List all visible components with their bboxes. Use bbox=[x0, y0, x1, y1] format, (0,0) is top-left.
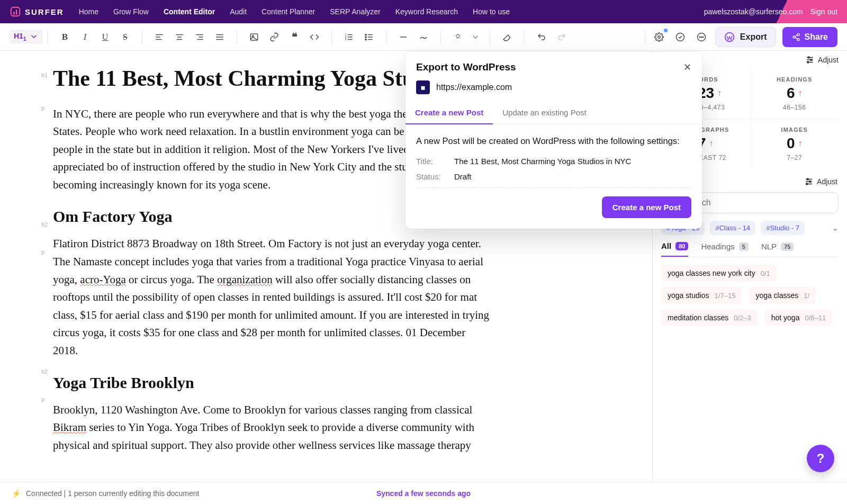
gutter-p: p bbox=[41, 396, 44, 402]
numbered-list-button[interactable]: 123 bbox=[341, 30, 356, 44]
svg-point-26 bbox=[365, 34, 366, 35]
adjust-terms-button[interactable]: Adjust bbox=[804, 177, 837, 186]
svg-rect-2 bbox=[16, 10, 17, 14]
nav-keyword-research[interactable]: Keyword Research bbox=[395, 7, 458, 16]
svg-point-33 bbox=[699, 37, 700, 38]
eraser-button[interactable] bbox=[500, 30, 515, 44]
more-button[interactable] bbox=[694, 30, 709, 44]
tab-update-post[interactable]: Update an existing Post bbox=[493, 102, 596, 124]
heading-yoga-tribe[interactable]: Yoga Tribe Brooklyn bbox=[53, 374, 620, 392]
chevron-down-icon bbox=[29, 32, 39, 41]
site-url: https://example.com bbox=[436, 83, 512, 92]
gutter-p: p bbox=[41, 249, 44, 255]
share-button[interactable]: Share bbox=[782, 27, 837, 47]
bold-button[interactable]: B bbox=[57, 30, 72, 44]
svg-point-28 bbox=[365, 39, 366, 40]
term-item[interactable]: yoga classes1/ bbox=[749, 287, 816, 304]
chip-class[interactable]: #Class - 14 bbox=[710, 221, 755, 235]
bullet-list-button[interactable] bbox=[362, 30, 376, 44]
curve-button[interactable] bbox=[416, 30, 431, 44]
settings-button[interactable] bbox=[652, 30, 666, 44]
nav-growflow[interactable]: Grow Flow bbox=[113, 7, 149, 16]
brand-logo[interactable]: SURFER bbox=[10, 6, 64, 17]
adjust-stats-button[interactable]: Adjust bbox=[805, 55, 839, 65]
editor-toolbar: H11 B I U S ❝ 123 bbox=[0, 23, 847, 51]
export-button[interactable]: Export bbox=[715, 27, 776, 47]
nav-audit[interactable]: Audit bbox=[230, 7, 247, 16]
quote-button[interactable]: ❝ bbox=[287, 30, 302, 44]
term-item[interactable]: hot yoga0/6–11 bbox=[765, 309, 832, 326]
gutter-h2: h2 bbox=[41, 368, 48, 375]
align-right-button[interactable] bbox=[192, 30, 207, 44]
align-justify-button[interactable] bbox=[212, 30, 227, 44]
italic-button[interactable]: I bbox=[77, 30, 92, 44]
align-center-button[interactable] bbox=[172, 30, 187, 44]
undo-button[interactable] bbox=[534, 30, 549, 44]
divider bbox=[416, 187, 691, 188]
check-button[interactable] bbox=[673, 30, 688, 44]
image-button[interactable] bbox=[247, 30, 262, 44]
sync-status: Synced a few seconds ago bbox=[376, 489, 471, 498]
align-left-button[interactable] bbox=[152, 30, 167, 44]
code-button[interactable] bbox=[307, 30, 322, 44]
tab-create-post[interactable]: Create a new Post bbox=[406, 102, 493, 124]
tab-all[interactable]: All80 bbox=[661, 241, 688, 257]
sliders-icon bbox=[804, 177, 814, 186]
svg-point-31 bbox=[676, 33, 684, 41]
chip-studio[interactable]: #Studio - 7 bbox=[761, 221, 805, 235]
modal-tabs: Create a new Post Update an existing Pos… bbox=[406, 102, 702, 124]
arrow-up-icon: ↑ bbox=[717, 88, 722, 98]
app-topbar: SURFER Home Grow Flow Content Editor Aud… bbox=[0, 0, 847, 23]
gutter-h2: h2 bbox=[41, 221, 48, 228]
svg-line-40 bbox=[795, 35, 797, 37]
svg-point-27 bbox=[365, 36, 366, 37]
wordpress-icon bbox=[724, 32, 735, 42]
modal-title: Export to WordPress bbox=[416, 61, 516, 73]
account-area: pawelszostak@surferseo.com Sign out bbox=[704, 7, 837, 16]
arrow-up-icon: ↑ bbox=[798, 88, 803, 98]
help-fab[interactable]: ? bbox=[807, 445, 834, 472]
heading-selector[interactable]: H11 bbox=[10, 30, 43, 44]
term-tabs: All80 Headings5 NLP75 bbox=[661, 241, 839, 257]
main-nav: Home Grow Flow Content Editor Audit Cont… bbox=[79, 7, 510, 16]
redo-button[interactable] bbox=[554, 30, 569, 44]
svg-line-41 bbox=[795, 38, 797, 39]
sliders-icon bbox=[805, 55, 815, 65]
paragraph-2[interactable]: Flatiron District 8873 Broadway on 18th … bbox=[53, 235, 492, 359]
link-button[interactable] bbox=[267, 30, 282, 44]
term-item[interactable]: yoga studios1/7–15 bbox=[661, 287, 742, 304]
strikethrough-button[interactable]: S bbox=[118, 30, 132, 44]
tab-nlp[interactable]: NLP75 bbox=[761, 241, 794, 257]
gutter-p: p bbox=[41, 105, 44, 111]
nav-content-planner[interactable]: Content Planner bbox=[262, 7, 315, 16]
stat-headings: HEADINGS 6↑ 46–156 bbox=[750, 69, 839, 119]
hr-button[interactable] bbox=[396, 30, 411, 44]
nav-serp-analyzer[interactable]: SERP Analyzer bbox=[330, 7, 380, 16]
term-list: yoga classes new york city0/1 yoga studi… bbox=[661, 265, 839, 326]
chevron-down-icon[interactable] bbox=[471, 32, 480, 42]
kv-status: Status:Draft bbox=[416, 172, 691, 181]
signout-link[interactable]: Sign out bbox=[810, 7, 837, 16]
search-input[interactable] bbox=[684, 198, 831, 208]
export-label: Export bbox=[740, 32, 767, 42]
term-item[interactable]: meditation classes0/2–3 bbox=[661, 309, 758, 326]
close-icon[interactable]: ✕ bbox=[683, 61, 691, 73]
bolt-icon: ⚡ bbox=[12, 489, 21, 498]
write-tool-button[interactable] bbox=[450, 30, 465, 44]
kv-title: Title:The 11 Best, Most Charming Yoga St… bbox=[416, 157, 691, 166]
nav-home[interactable]: Home bbox=[79, 7, 98, 16]
paragraph-3[interactable]: Brooklyn, 1120 Washington Ave. Come to B… bbox=[53, 401, 492, 455]
nav-how-to-use[interactable]: How to use bbox=[473, 7, 510, 16]
svg-rect-1 bbox=[13, 12, 14, 15]
term-item[interactable]: yoga classes new york city0/1 bbox=[661, 265, 777, 282]
share-label: Share bbox=[805, 32, 828, 42]
nav-content-editor[interactable]: Content Editor bbox=[164, 7, 215, 16]
chevron-down-icon[interactable]: ⌄ bbox=[832, 223, 839, 233]
underline-button[interactable]: U bbox=[97, 30, 112, 44]
share-icon bbox=[792, 33, 800, 41]
notification-dot bbox=[664, 29, 668, 32]
export-wordpress-modal: Export to WordPress ✕ https://example.co… bbox=[406, 52, 702, 229]
tab-headings[interactable]: Headings5 bbox=[701, 241, 749, 257]
svg-point-37 bbox=[797, 33, 799, 35]
create-post-button[interactable]: Create a new Post bbox=[602, 196, 691, 218]
